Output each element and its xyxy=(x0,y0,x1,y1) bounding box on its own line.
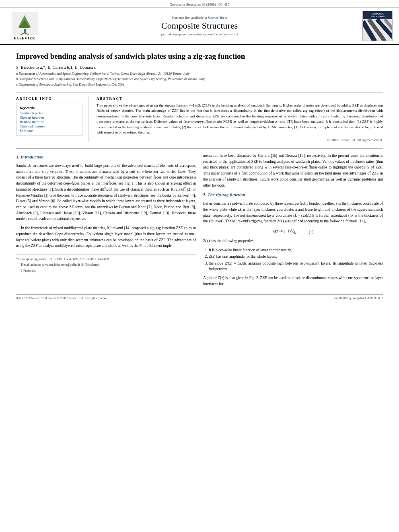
top-bar: Composite Structures 89 (2009) 408–415 xyxy=(0,0,399,8)
zzf-section-heading: 2. The zig-zag function xyxy=(203,191,383,198)
intro-para-2: In the framework of mixed multilayered p… xyxy=(16,225,196,249)
journal-center-info: Contents lists available at ScienceDirec… xyxy=(47,16,352,36)
body-col-right: mentation have been discussed by Carrera… xyxy=(203,153,383,290)
composite-structures-logo: COMPOSITE STRUCTURES xyxy=(362,11,393,41)
affiliation-b: b Aerospace Structures and Computational… xyxy=(16,76,383,82)
affiliation-a: a Department of Aeronautics and Space En… xyxy=(16,71,383,76)
keyword-2: Zig-zag function xyxy=(20,115,79,119)
affiliation-c: c Department of Aerospace Engineering, S… xyxy=(16,82,383,87)
cs-logo-svg: COMPOSITE STRUCTURES xyxy=(363,11,393,41)
affiliations: a Department of Aeronautics and Space En… xyxy=(16,71,383,87)
intro-section-title: Introduction xyxy=(21,154,43,159)
property-3: the slope Z′(z) = dZ/dz assumes opposite… xyxy=(209,261,383,272)
elsevier-logo-area: ELSEVIER xyxy=(6,12,43,40)
footnotes: * Corresponding author. Tel.: +39 011 56… xyxy=(16,255,196,273)
svg-rect-1 xyxy=(24,29,26,33)
body-columns: 1. Introduction Sandwich structures are … xyxy=(16,153,383,290)
article-info-heading: ARTICLE INFO xyxy=(16,97,82,101)
keywords-title: Keywords: xyxy=(20,106,79,110)
journal-header: ELSEVIER Contents lists available at Sci… xyxy=(0,8,399,45)
bottom-bar: 0263-8223/$ – see front matter © 2008 El… xyxy=(16,294,383,300)
body-col-left: 1. Introduction Sandwich structures are … xyxy=(16,153,196,290)
keyword-5: Soft core xyxy=(20,129,79,133)
keywords-box: Keywords: Sandwich plates Zig-zag functi… xyxy=(16,103,82,136)
formula: Z(z) = (−1)kζk. xyxy=(273,228,297,236)
journal-homepage: journal homepage: www.elsevier.com/locat… xyxy=(47,32,352,36)
zzf-para-1: Let us consider a sandwich plate compose… xyxy=(203,201,383,224)
footnote-3: 1 Professor. xyxy=(16,269,196,273)
svg-text:STRUCTURES: STRUCTURES xyxy=(371,15,385,18)
elsevier-logo: ELSEVIER xyxy=(6,12,43,40)
authors-line: S. Brischetto a,*, E. Carrera b,1, L. De… xyxy=(16,65,383,70)
zzf-section-title: The zig-zag function xyxy=(208,192,245,197)
article-info-col: ARTICLE INFO Keywords: Sandwich plates Z… xyxy=(16,97,88,142)
intro-continuation: mentation have been discussed by Carrera… xyxy=(203,153,383,188)
article-title: Improved bending analysis of sandwich pl… xyxy=(16,51,383,62)
svg-text:COMPOSITE: COMPOSITE xyxy=(372,12,384,15)
article-meta-section: ARTICLE INFO Keywords: Sandwich plates Z… xyxy=(16,97,383,142)
journal-citation: Composite Structures 89 (2009) 408–415 xyxy=(170,2,230,6)
keyword-3: Refined theories xyxy=(20,120,79,124)
property-1: It is piece-wise linear function of laye… xyxy=(209,247,383,253)
authors-text: S. Brischetto a,*, E. Carrera b,1, L. De… xyxy=(16,65,96,70)
abstract-text: This paper shows the advantages of using… xyxy=(97,103,383,136)
zzf-properties-intro: Z(z) has the following properties: xyxy=(203,238,383,244)
footnote-1: * Corresponding author. Tel.: +39 011 56… xyxy=(16,257,196,262)
intro-para-1: Sandwich structures are nowadays used to… xyxy=(16,163,196,222)
abstract-heading: ABSTRACT xyxy=(97,97,383,101)
footnote-2: E-mail address: salvatore.brischetto@pol… xyxy=(16,263,196,267)
divider-1 xyxy=(16,92,383,92)
divider-2 xyxy=(16,148,383,149)
content-area: Improved bending analysis of sandwich pl… xyxy=(0,45,399,306)
journal-name: Composite Structures xyxy=(47,21,352,31)
formula-line: Z(z) = (−1)kζk. (1) xyxy=(203,228,383,236)
formula-number: (1) xyxy=(309,229,314,235)
page: Composite Structures 89 (2009) 408–415 xyxy=(0,0,399,532)
sciencedirect-link[interactable]: ScienceDirect xyxy=(208,16,227,20)
keyword-1: Sandwich plates xyxy=(20,111,79,115)
cs-logo-inner: COMPOSITE STRUCTURES xyxy=(363,11,392,41)
property-2: Z(z) has unit amplitude for the whole la… xyxy=(209,254,383,259)
doi-line: doi:10.1016/j.compstruct.2008.09.001 xyxy=(334,296,383,300)
intro-section-heading: 1. Introduction xyxy=(16,154,196,160)
zzf-para-after: A plot of Z(z) is also given in Fig. 2. … xyxy=(203,275,383,287)
elsevier-wordmark: ELSEVIER xyxy=(14,36,35,40)
copyright-line: © 2008 Elsevier Ltd. All rights reserved… xyxy=(97,138,383,142)
issn-line: 0263-8223/$ – see front matter © 2008 El… xyxy=(16,296,109,300)
contents-available-line: Contents lists available at ScienceDirec… xyxy=(47,16,352,20)
elsevier-tree-icon xyxy=(12,12,38,35)
abstract-col: ABSTRACT This paper shows the advantages… xyxy=(97,97,383,142)
zzf-properties-list: It is piece-wise linear function of laye… xyxy=(209,247,383,272)
composite-structures-logo-area: COMPOSITE STRUCTURES xyxy=(356,11,393,41)
keyword-4: Classical theories xyxy=(20,124,79,128)
